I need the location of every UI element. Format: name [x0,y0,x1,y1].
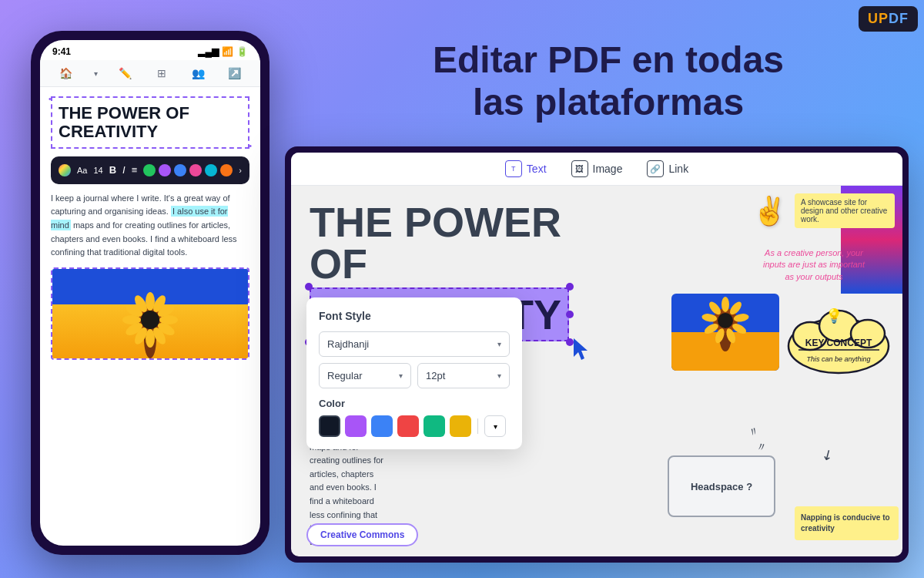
color-orange[interactable] [220,164,233,176]
image-tool-label: Image [593,163,623,175]
font-size-label: 14 [93,164,102,177]
image-tool-icon: 🖼 [571,160,588,177]
swatch-more-button[interactable]: ▾ [484,415,506,437]
people-icon[interactable]: 👥 [189,65,206,82]
logo-up: UP [868,11,889,26]
tablet-screen: T Text 🖼 Image 🔗 Link THE POWER OF CREAT… [291,153,902,556]
tablet-title-line1: THE POWER OF [310,201,622,284]
phone-mockup: 9:41 ▂▄▆ 📶 🔋 🏠 ▾ ✏️ ⊞ 👥 ↗️ THE POWER OF … [31,31,270,555]
home-icon[interactable]: 🏠 [58,65,75,82]
phone-body-text: I keep a journal where I write. It's a g… [51,192,249,260]
cursor-arrow [574,338,592,365]
tablet-main-area: THE POWER OF CREATIVITY I keep a [291,186,641,556]
selection-handle-tr [566,283,574,291]
color-pink[interactable] [189,164,202,176]
font-weight-value: Regular [327,370,363,381]
phone-title-box: THE POWER OF CREATIVITY [51,96,249,149]
color-swatches: ▾ [319,415,510,437]
tablet-toolbar[interactable]: T Text 🖼 Image 🔗 Link [291,153,902,186]
font-name-dropdown[interactable]: Rajdhanji ▾ [319,331,510,357]
logo-df: DF [889,11,909,26]
doodle-marks: 〃 〃 [748,423,768,455]
color-blue[interactable] [174,164,186,176]
italic-button[interactable]: I [122,163,126,178]
swatch-blue[interactable] [371,415,393,437]
swatch-divider [477,418,478,434]
swatch-purple[interactable] [345,415,367,437]
dropdown-chevron: ▾ [497,340,501,348]
svg-text:This can be anything: This can be anything [806,355,870,363]
phone-content: THE POWER OF CREATIVITY Aa 14 B I ≡ › [40,87,260,369]
napping-sticky: Napping is conducive to creativity [795,506,899,540]
font-weight-dropdown[interactable]: Regular ▾ [319,363,411,388]
bold-button[interactable]: B [109,163,116,178]
edit-icon[interactable]: ✏️ [117,65,134,82]
selection-handle-mr [566,311,574,318]
tablet-mockup: T Text 🖼 Image 🔗 Link THE POWER OF CREAT… [285,146,909,563]
showcase-sticky: A showcase site for design and other cre… [795,193,895,228]
phone-status-bar: 9:41 ▂▄▆ 📶 🔋 [40,40,260,60]
svg-text:💡: 💡 [825,307,843,324]
share-icon[interactable]: ↗️ [226,65,243,82]
link-tool-label: Link [668,163,688,175]
font-panel-title: Font Style [319,310,510,322]
battery-icon: 🔋 [236,46,248,57]
main-headline: Editar PDF en todas las plataformas [331,39,886,123]
layers-icon[interactable]: ⊞ [153,65,170,82]
updf-logo: UPDF [859,6,918,32]
phone-toolbar[interactable]: 🏠 ▾ ✏️ ⊞ 👥 ↗️ [40,60,260,87]
svg-marker-15 [574,338,588,360]
headspace-card: Headspace ? [668,455,775,517]
text-tool-icon: T [505,160,522,177]
creative-commons-button[interactable]: Creative Commons [306,523,418,546]
color-palette-icon[interactable] [59,164,71,176]
more-arrow[interactable]: › [239,164,242,177]
weight-chevron: ▾ [399,371,403,380]
tablet-right-panel: ✌️ A showcase site for design and other … [641,186,902,556]
font-size-dropdown[interactable]: 12pt ▾ [417,363,510,388]
link-tool-icon: 🔗 [647,160,664,177]
selection-handle-tl [305,283,313,291]
phone-color-toolbar[interactable]: Aa 14 B I ≡ › [51,156,249,184]
italic-creative-text: As a creative person, your inputs are ju… [760,247,868,283]
tablet-content: THE POWER OF CREATIVITY I keep a [291,186,902,556]
phone-time: 9:41 [52,46,71,57]
image-tool[interactable]: 🖼 Image [571,160,623,177]
headline-line2: las plataformas [331,81,886,123]
peace-sign-icon: ✌️ [752,195,787,227]
key-concept-cloud-svg: 💡 KEY CONCEPT This can be anything [779,301,899,378]
text-tool-label: Text [527,163,547,175]
link-tool[interactable]: 🔗 Link [647,160,688,177]
sketch-arrow-icon: ↙ [819,445,837,465]
color-section-title: Color [319,398,510,409]
font-style-panel: Font Style Rajdhanji ▾ Regular ▾ 12pt [306,297,522,449]
signal-icon: ▂▄▆ [198,46,219,57]
size-chevron: ▾ [497,371,501,380]
text-tool[interactable]: T Text [505,160,547,177]
color-green[interactable] [143,164,156,176]
swatch-black[interactable] [319,415,340,437]
svg-point-2 [141,311,159,329]
phone-sunflower-image [51,267,249,360]
svg-point-20 [718,313,733,328]
font-label: Aa [77,164,87,177]
sunflower-bg [52,269,248,358]
wifi-icon: 📶 [222,46,233,57]
sunflower-svg [96,281,204,358]
toolbar-dropdown[interactable]: ▾ [94,69,98,78]
svg-point-21 [721,297,729,312]
font-weight-size-row: Regular ▾ 12pt ▾ [319,363,510,388]
swatch-green[interactable] [424,415,445,437]
color-purple[interactable] [159,164,171,176]
phone-doc-title: THE POWER OF CREATIVITY [59,104,242,141]
key-concept-bubble: 💡 KEY CONCEPT This can be anything [779,301,899,378]
swatch-red[interactable] [397,415,419,437]
swatch-yellow[interactable] [450,415,471,437]
phone-status-icons: ▂▄▆ 📶 🔋 [198,46,248,57]
selection-handle-br [566,338,574,346]
font-name-value: Rajdhanji [327,338,369,350]
list-button[interactable]: ≡ [132,163,138,178]
font-size-value: 12pt [426,370,445,381]
color-cyan[interactable] [205,164,217,176]
sunflower-card-svg [671,294,779,371]
